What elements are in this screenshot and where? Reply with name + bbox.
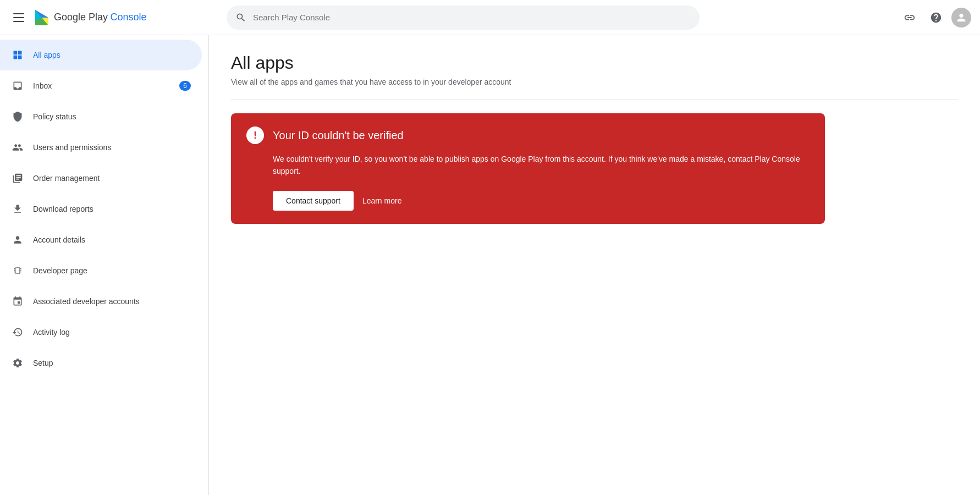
sidebar-item-activity-label: Activity log xyxy=(33,328,191,337)
help-icon xyxy=(930,12,942,24)
page-subtitle: View all of the apps and games that you … xyxy=(231,78,958,86)
search-input[interactable] xyxy=(253,13,691,22)
web-icon xyxy=(11,264,24,277)
sidebar-item-download-label: Download reports xyxy=(33,205,191,213)
avatar[interactable] xyxy=(951,8,971,28)
history-icon xyxy=(11,326,24,339)
grid-icon xyxy=(11,48,24,62)
inbox-icon xyxy=(11,79,24,92)
alert-header: ! Your ID couldn't be verified xyxy=(246,127,810,144)
header-right xyxy=(899,7,971,29)
sidebar-item-users-label: Users and permissions xyxy=(33,143,191,152)
main-content: All apps View all of the apps and games … xyxy=(209,35,980,495)
alert-card: ! Your ID couldn't be verified We couldn… xyxy=(231,113,825,224)
receipt-icon xyxy=(11,172,24,185)
divider xyxy=(231,100,958,100)
sidebar-item-setup[interactable]: Setup xyxy=(0,348,202,378)
header-left: Google Play Console xyxy=(9,9,218,26)
logo[interactable]: Google Play Console xyxy=(33,9,147,26)
search-icon xyxy=(235,12,246,23)
sidebar-item-inbox[interactable]: Inbox 6 xyxy=(0,70,202,101)
logo-text: Google Play Console xyxy=(54,12,147,23)
hamburger-button[interactable] xyxy=(9,9,29,26)
sidebar-item-developer-page[interactable]: Developer page xyxy=(0,255,202,286)
sidebar-item-account-details[interactable]: Account details xyxy=(0,224,202,255)
download-icon xyxy=(11,202,24,216)
sidebar-item-associated-accounts[interactable]: Associated developer accounts xyxy=(0,286,202,317)
sidebar-item-policy-status[interactable]: Policy status xyxy=(0,101,202,132)
shield-icon xyxy=(11,110,24,123)
settings-icon xyxy=(11,356,24,370)
alert-title: Your ID couldn't be verified xyxy=(273,129,404,142)
sidebar-item-associated-label: Associated developer accounts xyxy=(33,297,191,306)
sidebar-item-account-label: Account details xyxy=(33,235,191,244)
link-accounts-icon xyxy=(11,295,24,308)
play-logo-icon xyxy=(33,9,51,26)
sidebar-item-order-label: Order management xyxy=(33,174,191,183)
app-header: Google Play Console xyxy=(0,0,980,35)
sidebar-item-activity-log[interactable]: Activity log xyxy=(0,317,202,348)
sidebar-item-users-permissions[interactable]: Users and permissions xyxy=(0,132,202,163)
sidebar-item-policy-label: Policy status xyxy=(33,112,191,121)
sidebar-item-developer-label: Developer page xyxy=(33,266,191,275)
sidebar-item-inbox-label: Inbox xyxy=(33,81,170,90)
contact-support-button[interactable]: Contact support xyxy=(273,191,354,211)
sidebar-item-setup-label: Setup xyxy=(33,359,191,367)
people-icon xyxy=(11,141,24,154)
account-icon xyxy=(11,233,24,246)
person-icon xyxy=(955,12,967,24)
sidebar-item-all-apps-label: All apps xyxy=(33,51,191,59)
link-button[interactable] xyxy=(899,7,921,29)
alert-icon: ! xyxy=(246,127,264,144)
sidebar-item-download-reports[interactable]: Download reports xyxy=(0,194,202,224)
alert-actions: Contact support Learn more xyxy=(246,191,810,211)
alert-body: We couldn't verify your ID, so you won't… xyxy=(246,153,810,178)
link-icon xyxy=(904,12,916,24)
sidebar-item-order-management[interactable]: Order management xyxy=(0,163,202,194)
search-bar[interactable] xyxy=(227,6,700,30)
page-title: All apps xyxy=(231,53,958,73)
learn-more-button[interactable]: Learn more xyxy=(362,196,402,205)
inbox-badge: 6 xyxy=(179,81,191,91)
body-layout: All apps Inbox 6 Policy status xyxy=(0,35,980,495)
sidebar: All apps Inbox 6 Policy status xyxy=(0,35,209,495)
help-button[interactable] xyxy=(925,7,947,29)
sidebar-item-all-apps[interactable]: All apps xyxy=(0,40,202,70)
